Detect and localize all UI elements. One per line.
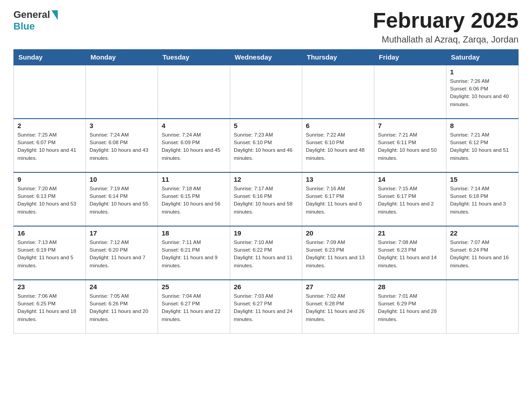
calendar-cell: 9Sunrise: 7:20 AMSunset: 6:13 PMDaylight…: [14, 172, 86, 226]
day-info: Sunrise: 7:24 AMSunset: 6:08 PMDaylight:…: [90, 131, 154, 162]
day-number: 6: [306, 122, 370, 129]
calendar-cell: [86, 65, 158, 119]
calendar-cell: 25Sunrise: 7:04 AMSunset: 6:27 PMDayligh…: [158, 280, 230, 334]
calendar-cell: 26Sunrise: 7:03 AMSunset: 6:27 PMDayligh…: [230, 280, 302, 334]
day-info: Sunrise: 7:21 AMSunset: 6:12 PMDaylight:…: [450, 131, 515, 162]
calendar-cell: 7Sunrise: 7:21 AMSunset: 6:11 PMDaylight…: [374, 119, 446, 172]
day-info: Sunrise: 7:24 AMSunset: 6:09 PMDaylight:…: [162, 131, 226, 162]
week-row-5: 23Sunrise: 7:06 AMSunset: 6:25 PMDayligh…: [14, 280, 519, 334]
calendar-cell: 3Sunrise: 7:24 AMSunset: 6:08 PMDaylight…: [86, 119, 158, 172]
calendar-cell: 20Sunrise: 7:09 AMSunset: 6:23 PMDayligh…: [302, 226, 374, 280]
weekday-header-saturday: Saturday: [446, 49, 519, 65]
day-number: 9: [17, 176, 82, 183]
calendar-cell: 14Sunrise: 7:15 AMSunset: 6:17 PMDayligh…: [374, 172, 446, 226]
logo-triangle-icon: [51, 10, 58, 20]
day-number: 21: [378, 229, 442, 237]
calendar-cell: 24Sunrise: 7:05 AMSunset: 6:26 PMDayligh…: [86, 280, 158, 334]
calendar-cell: 17Sunrise: 7:12 AMSunset: 6:20 PMDayligh…: [86, 226, 158, 280]
weekday-header-thursday: Thursday: [302, 49, 374, 65]
day-info: Sunrise: 7:13 AMSunset: 6:19 PMDaylight:…: [17, 239, 82, 270]
day-info: Sunrise: 7:17 AMSunset: 6:16 PMDaylight:…: [234, 185, 298, 216]
calendar-cell: 16Sunrise: 7:13 AMSunset: 6:19 PMDayligh…: [14, 226, 86, 280]
weekday-header-row: SundayMondayTuesdayWednesdayThursdayFrid…: [14, 49, 519, 65]
day-info: Sunrise: 7:02 AMSunset: 6:28 PMDaylight:…: [306, 292, 370, 323]
calendar-cell: 10Sunrise: 7:19 AMSunset: 6:14 PMDayligh…: [86, 172, 158, 226]
calendar-cell: 15Sunrise: 7:14 AMSunset: 6:18 PMDayligh…: [446, 172, 519, 226]
week-row-2: 2Sunrise: 7:25 AMSunset: 6:07 PMDaylight…: [14, 119, 519, 172]
day-number: 8: [450, 122, 515, 129]
week-row-1: 1Sunrise: 7:26 AMSunset: 6:06 PMDaylight…: [14, 65, 519, 119]
day-number: 19: [234, 229, 298, 237]
calendar-cell: [446, 280, 519, 334]
day-info: Sunrise: 7:08 AMSunset: 6:23 PMDaylight:…: [378, 239, 442, 270]
day-info: Sunrise: 7:26 AMSunset: 6:06 PMDaylight:…: [450, 77, 515, 108]
calendar-cell: 12Sunrise: 7:17 AMSunset: 6:16 PMDayligh…: [230, 172, 302, 226]
day-info: Sunrise: 7:22 AMSunset: 6:10 PMDaylight:…: [306, 131, 370, 162]
day-number: 28: [378, 283, 442, 291]
weekday-header-friday: Friday: [374, 49, 446, 65]
calendar-cell: 21Sunrise: 7:08 AMSunset: 6:23 PMDayligh…: [374, 226, 446, 280]
day-info: Sunrise: 7:20 AMSunset: 6:13 PMDaylight:…: [17, 185, 82, 216]
calendar-cell: 27Sunrise: 7:02 AMSunset: 6:28 PMDayligh…: [302, 280, 374, 334]
calendar-cell: [158, 65, 230, 119]
weekday-header-monday: Monday: [86, 49, 158, 65]
calendar-cell: 1Sunrise: 7:26 AMSunset: 6:06 PMDaylight…: [446, 65, 519, 119]
day-info: Sunrise: 7:04 AMSunset: 6:27 PMDaylight:…: [162, 292, 226, 323]
day-number: 24: [90, 283, 154, 291]
day-info: Sunrise: 7:01 AMSunset: 6:29 PMDaylight:…: [378, 292, 442, 323]
day-info: Sunrise: 7:23 AMSunset: 6:10 PMDaylight:…: [234, 131, 298, 162]
day-info: Sunrise: 7:03 AMSunset: 6:27 PMDaylight:…: [234, 292, 298, 323]
calendar-cell: 4Sunrise: 7:24 AMSunset: 6:09 PMDaylight…: [158, 119, 230, 172]
calendar-cell: 6Sunrise: 7:22 AMSunset: 6:10 PMDaylight…: [302, 119, 374, 172]
day-info: Sunrise: 7:16 AMSunset: 6:17 PMDaylight:…: [306, 185, 370, 216]
calendar-table: SundayMondayTuesdayWednesdayThursdayFrid…: [13, 49, 519, 334]
calendar-cell: [14, 65, 86, 119]
day-number: 25: [162, 283, 226, 291]
calendar-cell: 8Sunrise: 7:21 AMSunset: 6:12 PMDaylight…: [446, 119, 519, 172]
weekday-header-tuesday: Tuesday: [158, 49, 230, 65]
day-number: 13: [306, 176, 370, 183]
day-number: 20: [306, 229, 370, 237]
calendar-cell: 19Sunrise: 7:10 AMSunset: 6:22 PMDayligh…: [230, 226, 302, 280]
day-number: 27: [306, 283, 370, 291]
day-number: 11: [162, 176, 226, 183]
calendar-cell: 23Sunrise: 7:06 AMSunset: 6:25 PMDayligh…: [14, 280, 86, 334]
calendar-cell: [302, 65, 374, 119]
day-info: Sunrise: 7:21 AMSunset: 6:11 PMDaylight:…: [378, 131, 442, 162]
day-number: 12: [234, 176, 298, 183]
day-info: Sunrise: 7:09 AMSunset: 6:23 PMDaylight:…: [306, 239, 370, 270]
weekday-header-sunday: Sunday: [14, 49, 86, 65]
day-number: 1: [450, 68, 515, 76]
calendar-cell: 13Sunrise: 7:16 AMSunset: 6:17 PMDayligh…: [302, 172, 374, 226]
calendar-cell: [230, 65, 302, 119]
calendar-cell: 22Sunrise: 7:07 AMSunset: 6:24 PMDayligh…: [446, 226, 519, 280]
calendar-cell: 2Sunrise: 7:25 AMSunset: 6:07 PMDaylight…: [14, 119, 86, 172]
logo-general-text: General: [13, 9, 50, 21]
calendar-cell: 11Sunrise: 7:18 AMSunset: 6:15 PMDayligh…: [158, 172, 230, 226]
day-number: 4: [162, 122, 226, 129]
month-title: February 2025: [373, 9, 519, 33]
day-number: 16: [17, 229, 82, 237]
day-info: Sunrise: 7:07 AMSunset: 6:24 PMDaylight:…: [450, 239, 515, 270]
day-number: 3: [90, 122, 154, 129]
day-info: Sunrise: 7:14 AMSunset: 6:18 PMDaylight:…: [450, 185, 515, 216]
week-row-4: 16Sunrise: 7:13 AMSunset: 6:19 PMDayligh…: [14, 226, 519, 280]
day-number: 17: [90, 229, 154, 237]
day-number: 5: [234, 122, 298, 129]
calendar-cell: 5Sunrise: 7:23 AMSunset: 6:10 PMDaylight…: [230, 119, 302, 172]
title-section: February 2025 Muthallath al Azraq, Zarqa…: [373, 9, 519, 45]
day-number: 14: [378, 176, 442, 183]
day-info: Sunrise: 7:15 AMSunset: 6:17 PMDaylight:…: [378, 185, 442, 216]
calendar-cell: [374, 65, 446, 119]
logo: General Blue: [13, 9, 58, 32]
day-info: Sunrise: 7:10 AMSunset: 6:22 PMDaylight:…: [234, 239, 298, 270]
day-info: Sunrise: 7:25 AMSunset: 6:07 PMDaylight:…: [17, 131, 82, 162]
weekday-header-wednesday: Wednesday: [230, 49, 302, 65]
page-header: General Blue February 2025 Muthallath al…: [13, 9, 519, 45]
logo-blue-text: Blue: [13, 21, 35, 32]
location-subtitle: Muthallath al Azraq, Zarqa, Jordan: [373, 34, 519, 45]
day-info: Sunrise: 7:12 AMSunset: 6:20 PMDaylight:…: [90, 239, 154, 270]
day-info: Sunrise: 7:05 AMSunset: 6:26 PMDaylight:…: [90, 292, 154, 323]
day-number: 2: [17, 122, 82, 129]
day-info: Sunrise: 7:11 AMSunset: 6:21 PMDaylight:…: [162, 239, 226, 270]
